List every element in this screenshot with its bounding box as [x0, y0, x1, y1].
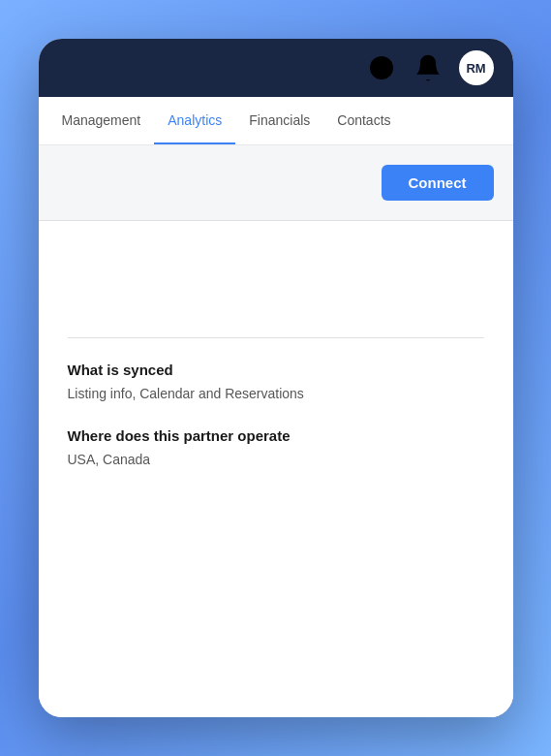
nav-item-contacts[interactable]: Contacts: [323, 97, 404, 144]
avatar-initials: RM: [466, 61, 485, 76]
add-button[interactable]: [366, 52, 397, 83]
nav-item-financials[interactable]: Financials: [235, 97, 323, 144]
connect-section: Connect: [39, 145, 513, 221]
plus-circle-icon: [366, 52, 397, 83]
partner-label: Where does this partner operate: [68, 427, 484, 444]
connect-button[interactable]: Connect: [382, 165, 494, 201]
info-section: What is synced Listing info, Calendar an…: [39, 338, 513, 717]
synced-info-block: What is synced Listing info, Calendar an…: [68, 362, 484, 404]
top-bar: RM: [39, 39, 513, 97]
partner-info-block: Where does this partner operate USA, Can…: [68, 427, 484, 470]
bell-icon: [413, 52, 444, 83]
synced-label: What is synced: [68, 362, 484, 378]
synced-value: Listing info, Calendar and Reservations: [68, 384, 484, 404]
empty-area: [39, 221, 513, 337]
partner-value: USA, Canada: [68, 450, 484, 470]
svg-point-0: [370, 56, 393, 79]
avatar[interactable]: RM: [459, 50, 494, 85]
nav-item-management[interactable]: Management: [48, 97, 155, 144]
nav-item-analytics[interactable]: Analytics: [154, 97, 235, 144]
nav-bar: Management Analytics Financials Contacts: [39, 97, 513, 145]
content-area: Connect What is synced Listing info, Cal…: [39, 145, 513, 717]
device-frame: RM Management Analytics Financials Conta…: [39, 39, 513, 717]
notifications-button[interactable]: [413, 52, 444, 83]
